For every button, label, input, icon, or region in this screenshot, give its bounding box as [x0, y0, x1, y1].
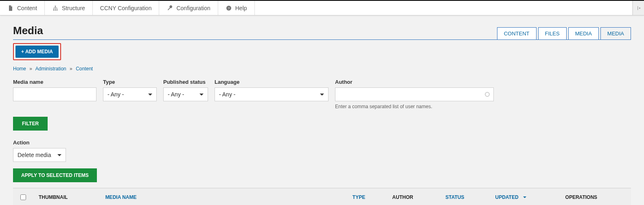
field-language: Language - Any -: [215, 79, 329, 109]
svg-point-0: [55, 6, 56, 7]
tab-content[interactable]: CONTENT: [497, 27, 537, 40]
topnav-label: Structure: [62, 5, 85, 11]
col-operations: OPERATIONS: [560, 188, 631, 205]
tab-files[interactable]: FILES: [538, 27, 567, 40]
topnav-spacer: [255, 1, 633, 15]
tab-media-active[interactable]: MEDIA: [600, 27, 631, 40]
col-status[interactable]: STATUS: [440, 188, 489, 205]
wrench-icon: [166, 5, 173, 11]
select-all-checkbox[interactable]: [20, 194, 26, 200]
page-title: Media: [13, 24, 43, 37]
breadcrumb: Home » Administration » Content: [13, 66, 631, 72]
select-action-value: Delete media: [18, 152, 51, 158]
filter-button[interactable]: FILTER: [13, 117, 48, 131]
field-media-name: Media name: [13, 79, 96, 109]
topnav-configuration[interactable]: Configuration: [159, 1, 218, 15]
file-icon: [7, 5, 14, 11]
sort-desc-icon: [523, 196, 526, 200]
field-type: Type - Any -: [103, 79, 157, 109]
breadcrumb-sep: »: [70, 66, 72, 72]
select-published[interactable]: - Any -: [163, 87, 208, 101]
label-action: Action: [13, 140, 631, 146]
label-author: Author: [335, 79, 494, 85]
tab-media[interactable]: MEDIA: [568, 27, 599, 40]
select-action[interactable]: Delete media: [13, 148, 66, 162]
filters: Media name Type - Any - Published status…: [13, 79, 631, 109]
autocomplete-icon: [485, 92, 490, 97]
select-type[interactable]: - Any -: [103, 87, 157, 101]
add-media-button[interactable]: + ADD MEDIA: [15, 46, 59, 58]
topnav-label: CCNY Configuration: [100, 5, 152, 11]
topnav-content[interactable]: Content: [0, 1, 45, 15]
apply-selected-button[interactable]: APPLY TO SELECTED ITEMS: [13, 168, 97, 182]
svg-point-2: [55, 9, 56, 11]
question-icon: ?: [226, 5, 232, 11]
topnav-ccny-config[interactable]: CCNY Configuration: [93, 1, 160, 15]
primary-tabs: CONTENT FILES MEDIA MEDIA: [497, 27, 631, 40]
col-type[interactable]: TYPE: [347, 188, 387, 205]
svg-point-1: [53, 9, 55, 11]
input-media-name[interactable]: [13, 87, 96, 101]
topnav-structure[interactable]: Structure: [45, 1, 93, 15]
hierarchy-icon: [52, 5, 59, 11]
topnav-label: Content: [17, 5, 37, 11]
breadcrumb-content[interactable]: Content: [76, 66, 93, 72]
admin-toolbar: Content Structure CCNY Configuration Con…: [0, 0, 644, 15]
svg-point-3: [57, 9, 58, 11]
select-language[interactable]: - Any -: [215, 87, 329, 101]
select-type-value: - Any -: [107, 91, 124, 98]
label-type: Type: [103, 79, 157, 85]
label-media-name: Media name: [13, 79, 96, 85]
collapse-icon: [636, 5, 642, 11]
label-language: Language: [215, 79, 329, 85]
select-language-value: - Any -: [219, 91, 235, 98]
page-header: Media CONTENT FILES MEDIA MEDIA: [13, 24, 631, 40]
svg-text:?: ?: [228, 6, 230, 10]
topnav-label: Configuration: [176, 5, 210, 11]
input-author[interactable]: [335, 87, 494, 101]
col-author: AUTHOR: [387, 188, 440, 205]
breadcrumb-sep: »: [29, 66, 32, 72]
field-published: Published status - Any -: [163, 79, 208, 109]
toolbar-collapse-button[interactable]: [633, 1, 644, 15]
add-media-highlight: + ADD MEDIA: [13, 43, 61, 60]
col-updated[interactable]: UPDATED: [490, 188, 560, 205]
col-thumbnail: THUMBNAIL: [33, 188, 100, 205]
select-published-value: - Any -: [168, 91, 184, 98]
topnav-help[interactable]: ? Help: [218, 1, 255, 15]
label-published: Published status: [163, 79, 208, 85]
breadcrumb-home[interactable]: Home: [13, 66, 26, 72]
breadcrumb-admin[interactable]: Administration: [35, 66, 66, 72]
author-hint: Enter a comma separated list of user nam…: [335, 104, 494, 109]
field-author: Author Enter a comma separated list of u…: [335, 79, 494, 109]
col-updated-label: UPDATED: [495, 194, 519, 200]
col-media-name[interactable]: MEDIA NAME: [100, 188, 347, 205]
topnav-label: Help: [235, 5, 247, 11]
media-table: THUMBNAIL MEDIA NAME TYPE AUTHOR STATUS …: [13, 188, 631, 205]
